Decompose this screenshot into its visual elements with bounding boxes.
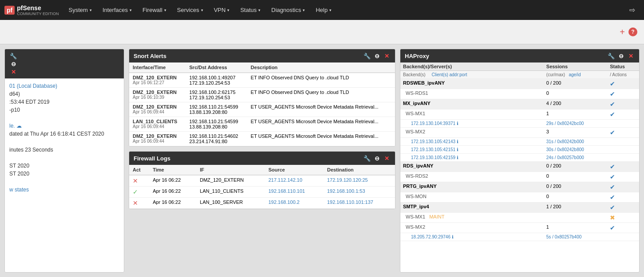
status-check-icon: ✔ xyxy=(610,101,615,108)
ha-server-row: WS-MX2 3 ✔ xyxy=(400,128,639,138)
ha-server-row: WS-MX1 MAINT ✖ xyxy=(400,213,639,223)
ha-backend-status-4: ✔ xyxy=(607,203,639,213)
ha-sub-sessions: (cur/max) age/id xyxy=(544,71,607,79)
chevron-down-icon: ▾ xyxy=(164,8,166,12)
status-check-icon: ✔ xyxy=(610,80,615,87)
haproxy-panel-icons: 🔧 ⊖ ✕ xyxy=(607,52,635,60)
ha-client-addr-1-1-0[interactable]: 172.19.130.105:42143 ℹ xyxy=(400,138,544,146)
firewall-panel-title: Firewall Logs xyxy=(134,155,363,162)
status-maint-icon: ✖ xyxy=(610,214,615,221)
left-item-1: d64) xyxy=(9,91,119,97)
ha-server-row: WS-RDS1 0 ✔ xyxy=(400,89,639,99)
snort-col-desc: Description xyxy=(247,62,395,73)
ha-backend-sessions-2: 0 / 200 xyxy=(544,162,607,172)
snort-addr-4: 192.168.110.21:54602 23.214.174.91:80 xyxy=(186,132,247,146)
ha-client-row: 172.19.130.105:42143 ℹ 31s / 0x80242b000 xyxy=(400,138,639,146)
ha-client-addr-1-1-1[interactable]: 172.19.130.105:42151 ℹ xyxy=(400,146,544,154)
info-icon[interactable]: ℹ xyxy=(452,234,454,239)
ha-backend-sessions-0: 0 / 200 xyxy=(544,79,607,89)
ha-client-age-4-1-0: 5s / 0x80257b400 xyxy=(544,233,607,241)
ha-sub-backends: Backend(s) Client(s) addr:port xyxy=(400,71,544,79)
snort-panel-header: Snort Alerts 🔧 ⊖ ✕ xyxy=(129,49,395,62)
nav-status[interactable]: Status ▾ xyxy=(235,0,266,20)
snort-col-interface: Interface/Time xyxy=(129,62,186,73)
snort-desc-2: ET USER_AGENTS Microsoft Device Metadata… xyxy=(247,102,395,117)
minimize-icon[interactable]: ⊖ xyxy=(9,60,17,68)
snort-desc-0: ET INFO Observed DNS Query to .cloud TLD xyxy=(247,73,395,88)
info-icon[interactable]: ℹ xyxy=(457,147,458,152)
ha-client-age-1-0-0: 29s / 0x80242bc00 xyxy=(544,120,607,128)
ha-client-addr-1-1-2[interactable]: 172.19.130.105:42159 ℹ xyxy=(400,154,544,162)
fw-col-src: Source xyxy=(265,165,324,175)
nav-diagnostics[interactable]: Diagnostics ▾ xyxy=(266,0,310,20)
close-icon[interactable]: ✕ xyxy=(9,68,17,76)
toolbar-bar: + ? xyxy=(0,20,644,44)
ha-col-backends: Backend(s)/Server(s) xyxy=(400,62,544,71)
fw-dst-2: 192.168.110.101:137 xyxy=(324,198,395,209)
left-item-13[interactable]: w states xyxy=(9,187,119,193)
ha-client-row: 172.19.130.104:39371 ℹ 29s / 0x80242bc00 xyxy=(400,120,639,128)
logo: pf xyxy=(4,6,15,15)
fw-if-2: LAN_100_SERVER xyxy=(196,198,265,209)
snort-minimize-icon[interactable]: ⊖ xyxy=(373,52,381,60)
nav-firewall[interactable]: Firewall ▾ xyxy=(137,0,172,20)
nav-interfaces[interactable]: Interfaces ▾ xyxy=(97,0,137,20)
ha-srv-status-1-0: ✔ xyxy=(607,109,639,120)
ha-srv-status-1-1: ✔ xyxy=(607,128,639,138)
snort-wrench-icon[interactable]: 🔧 xyxy=(363,52,371,60)
status-check-icon: ✔ xyxy=(610,129,615,136)
logout-icon[interactable]: ⇨ xyxy=(625,6,640,14)
left-item-10: ST 2020 xyxy=(9,163,119,169)
fw-act-0: ✕ xyxy=(129,175,149,187)
snort-row: DMZ_120_EXTERN Apr 16 06:10:39 192.168.1… xyxy=(129,88,395,102)
ha-srv-sessions-1-0: 1 xyxy=(544,109,607,120)
ha-client-addr-4-1-0[interactable]: 18.205.72.90:29746 ℹ xyxy=(400,233,544,241)
ha-minimize-icon[interactable]: ⊖ xyxy=(617,52,625,60)
left-item-5[interactable]: le. ☁ xyxy=(9,123,119,129)
snort-interface-1: DMZ_120_EXTERN Apr 16 06:10:39 xyxy=(129,88,186,102)
snort-row: DMZ_120_EXTERN Apr 16 06:12:27 192.168.1… xyxy=(129,73,395,88)
info-icon[interactable]: ℹ xyxy=(457,121,458,126)
help-button[interactable]: ? xyxy=(628,27,637,36)
snort-close-icon[interactable]: ✕ xyxy=(383,52,391,60)
maint-label: MAINT xyxy=(429,214,444,219)
fw-wrench-icon[interactable]: 🔧 xyxy=(363,154,371,162)
fw-src-1: 192.168.110.101 xyxy=(265,187,324,198)
ha-srv-status-4-1: ✔ xyxy=(607,223,639,233)
snort-alerts-panel: Snort Alerts 🔧 ⊖ ✕ Interface/Time Src/Ds… xyxy=(129,49,395,147)
fw-minimize-icon[interactable]: ⊖ xyxy=(373,154,381,162)
wrench-icon[interactable]: 🔧 xyxy=(9,52,17,60)
haproxy-panel-header: HAProxy 🔧 ⊖ ✕ xyxy=(400,49,639,62)
firewall-table: Act Time IF Source Destination ✕ Apr 16 … xyxy=(129,165,395,209)
ha-backend-status-1: ✔ xyxy=(607,99,639,109)
ha-wrench-icon[interactable]: 🔧 xyxy=(607,52,615,60)
fw-close-icon[interactable]: ✕ xyxy=(383,154,391,162)
nav-vpn[interactable]: VPN ▾ xyxy=(209,0,235,20)
nav-services[interactable]: Services ▾ xyxy=(172,0,209,20)
left-item-7 xyxy=(9,139,119,145)
ha-client-age-1-1-2: 24s / 0x80257b000 xyxy=(544,154,607,162)
info-icon[interactable]: ℹ xyxy=(457,155,458,160)
ha-backend-row: RDS_ipvANY 0 / 200 ✔ xyxy=(400,162,639,172)
fw-if-1: LAN_110_CLIENTS xyxy=(196,187,265,198)
fw-src-2: 192.168.100.2 xyxy=(265,198,324,209)
ha-backend-sessions-3: 0 / 200 xyxy=(544,182,607,192)
haproxy-table: Backend(s)/Server(s) Sessions Status Bac… xyxy=(400,62,639,241)
status-check-icon: ✔ xyxy=(610,163,615,170)
ha-client-addr-1-0-0[interactable]: 172.19.130.104:39371 ℹ xyxy=(400,120,544,128)
navbar: pf pfSense COMMUNITY EDITION System ▾ In… xyxy=(0,0,644,20)
status-check-icon: ✔ xyxy=(610,204,615,211)
brand-text: pfSense COMMUNITY EDITION xyxy=(17,4,59,16)
left-item-12 xyxy=(9,179,119,185)
info-icon[interactable]: ℹ xyxy=(457,139,458,144)
nav-help[interactable]: Help ▾ xyxy=(310,0,337,20)
status-check-icon: ✔ xyxy=(610,224,615,231)
left-item-0[interactable]: 01 (Local Database) xyxy=(9,83,119,89)
ha-client-age-1-1-1: 30s / 0x80242b800 xyxy=(544,146,607,154)
nav-system[interactable]: System ▾ xyxy=(63,0,97,20)
ha-backend-row: MX_ipvANY 4 / 200 ✔ xyxy=(400,99,639,109)
chevron-down-icon: ▾ xyxy=(329,8,332,12)
snort-table: Interface/Time Src/Dst Address Descripti… xyxy=(129,62,395,146)
add-widget-button[interactable]: + xyxy=(620,27,625,37)
ha-close-icon[interactable]: ✕ xyxy=(627,52,635,60)
